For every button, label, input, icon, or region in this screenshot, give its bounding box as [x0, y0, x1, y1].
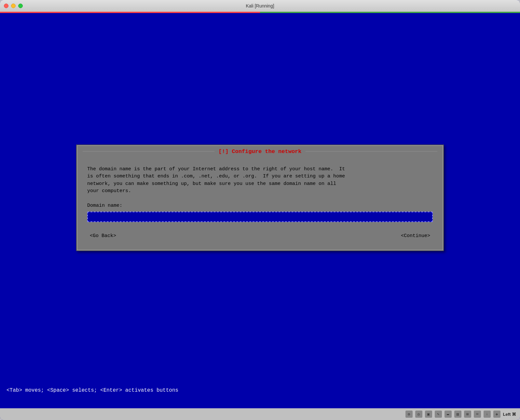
status-bar: <Tab> moves; <Space> selects; <Enter> ac… [0, 384, 520, 397]
keyboard-shortcut-text: Left ⌘ [503, 412, 516, 417]
tray-icon-7[interactable]: ⊞ [464, 411, 471, 418]
dialog-box: [!] Configure the network The domain nam… [76, 145, 444, 251]
close-button[interactable] [4, 4, 8, 8]
maximize-button[interactable] [18, 4, 23, 8]
header-line-right [306, 151, 437, 152]
title-bar: Kali [Running] [0, 0, 520, 12]
continue-button[interactable]: <Continue> [398, 232, 433, 240]
tray-icon-6[interactable]: ▤ [454, 411, 461, 418]
traffic-lights [4, 4, 23, 8]
domain-label: Domain name: [84, 203, 436, 208]
minimize-button[interactable] [11, 4, 16, 8]
dialog-title: [!] Configure the network [214, 148, 305, 155]
window-frame: Kali [Running] [!] Configure the network… [0, 0, 520, 420]
system-tray: ⚙ ◎ ▣ ✎ ▬ ▤ ⊞ ⌨ ↓ ❖ Left ⌘ [0, 408, 520, 420]
dialog-body: The domain name is the part of your Inte… [84, 162, 436, 195]
tray-icon-4[interactable]: ✎ [435, 411, 442, 418]
dialog-description: The domain name is the part of your Inte… [87, 166, 433, 195]
go-back-button[interactable]: <Go Back> [87, 232, 119, 240]
status-text: <Tab> moves; <Space> selects; <Enter> ac… [7, 387, 178, 393]
dialog-inner: [!] Configure the network The domain nam… [77, 145, 443, 250]
dialog-buttons: <Go Back> <Continue> [84, 232, 436, 243]
header-line-left [83, 151, 214, 152]
tray-icon-1[interactable]: ⚙ [405, 411, 413, 418]
vm-area: [!] Configure the network The domain nam… [0, 13, 520, 408]
tray-icon-9[interactable]: ↓ [484, 411, 491, 418]
tray-icon-3[interactable]: ▣ [425, 411, 432, 418]
domain-input[interactable] [87, 212, 433, 222]
tray-icon-5[interactable]: ▬ [445, 411, 452, 418]
tray-icon-8[interactable]: ⌨ [474, 411, 481, 418]
window-title: Kali [Running] [246, 3, 274, 8]
tray-icon-10[interactable]: ❖ [493, 411, 500, 418]
dialog-header: [!] Configure the network [77, 146, 443, 157]
tray-icon-2[interactable]: ◎ [415, 411, 422, 418]
